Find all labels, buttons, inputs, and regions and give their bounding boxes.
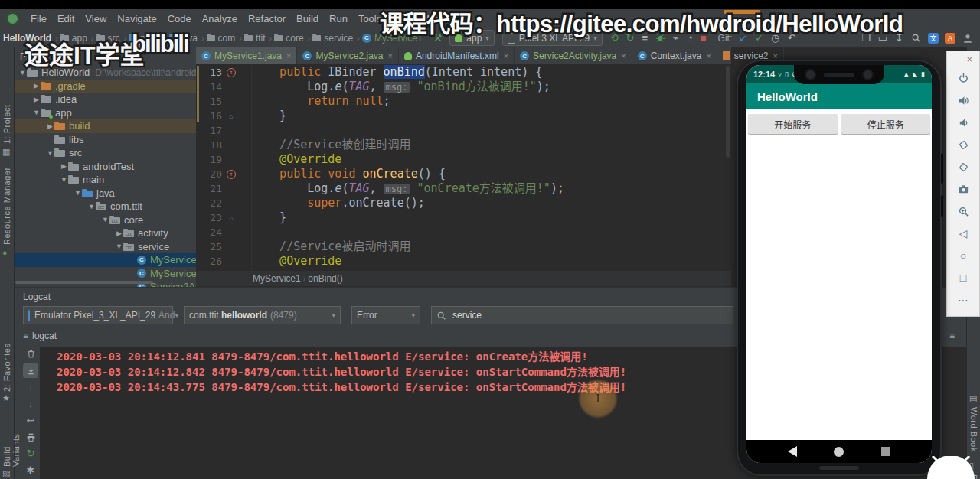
editor-tab-myservice1-java[interactable]: CMyService1.java× [196, 47, 297, 64]
tool-strip-tab-1-project[interactable]: 1: Project [2, 96, 11, 144]
breadcrumb-item[interactable]: com [207, 33, 236, 44]
tool-strip-tab-resource-manager[interactable]: Resource Manager [2, 161, 11, 245]
next-icon[interactable]: ↓ [23, 396, 38, 411]
close-icon[interactable]: × [967, 54, 972, 65]
logcat-tab[interactable]: ≡ logcat [23, 331, 57, 341]
collapse-arrow-icon[interactable]: ▼ [60, 176, 68, 184]
override-marker-icon[interactable]: ↑ [225, 170, 237, 179]
close-icon[interactable]: × [621, 51, 626, 60]
scroll-to-end-icon[interactable] [23, 363, 38, 378]
app-button-stop-service[interactable]: 停止服务 [841, 114, 931, 134]
tree-item-build[interactable]: ▶build [14, 119, 196, 133]
tree-item-myservice2[interactable]: CMyService2 [14, 267, 196, 281]
menu-refactor[interactable]: Refactor [243, 11, 291, 27]
fold-marker-icon[interactable]: ⌂ [225, 214, 237, 222]
breadcrumb-item[interactable]: ttit [244, 33, 266, 44]
tree-item-src[interactable]: ▼src [14, 146, 196, 160]
project-tree-hscrollbar[interactable] [15, 281, 153, 284]
collapse-arrow-icon[interactable]: ▼ [115, 243, 123, 250]
editor-breadcrumb-item[interactable]: MyService1 [253, 273, 301, 284]
code-region[interactable]: 13↑141516⌂17181920↑212223⌂242526 public … [196, 65, 731, 271]
logcat-process-filter[interactable]: com.ttit.helloworld (8479) ▾ [184, 306, 341, 324]
volume-down-icon[interactable] [955, 114, 972, 131]
nav-back-icon[interactable] [788, 446, 797, 457]
overview-icon[interactable]: □ [955, 269, 972, 286]
override-icon[interactable]: ↑ [227, 68, 236, 77]
log-lines[interactable]: 2020-03-03 20:14:12.841 8479-8479/com.tt… [41, 347, 746, 479]
minimize-icon[interactable]: – [954, 54, 959, 65]
tool-strip-tab-build-variants[interactable]: Build Variants [2, 410, 21, 467]
camera-icon[interactable] [955, 181, 972, 197]
phone-screen[interactable]: 12:14 ▿ ▯ ⊘ ▲ ◣ ▮ [746, 65, 932, 463]
more-icon[interactable]: ⋯ [955, 292, 972, 308]
tree-item-app[interactable]: ▼app [14, 106, 196, 120]
override-icon[interactable]: ↑ [227, 170, 236, 179]
collapse-arrow-icon[interactable]: ▼ [74, 189, 82, 197]
tree-item-androidtest[interactable]: ▶androidTest [14, 160, 196, 174]
logcat-search-input[interactable] [451, 309, 684, 321]
collapse-arrow-icon[interactable]: ▼ [46, 149, 54, 157]
logcat-device-filter[interactable]: Emulator Pixel_3_XL_API_29 And ▾ [23, 306, 173, 324]
search-everywhere-icon[interactable] [911, 33, 921, 43]
editor-tab-androidmanifest-xml[interactable]: AndroidManifest.xml× [399, 47, 514, 64]
translate-icon[interactable]: 文 [928, 33, 939, 44]
tree-item-libs[interactable]: libs [14, 133, 196, 147]
back-icon[interactable]: ◁ [955, 225, 972, 242]
tree-item-main[interactable]: ▼main [14, 173, 196, 187]
avatar-icon[interactable] [962, 33, 973, 44]
home-icon[interactable]: ○ [955, 247, 972, 264]
menu-file[interactable]: File [25, 11, 52, 27]
expand-arrow-icon[interactable]: ▶ [60, 162, 68, 170]
tree-item--gradle[interactable]: ▶.gradle [14, 80, 196, 93]
editor-tab-myservice2-java[interactable]: CMyService2.java× [297, 47, 398, 64]
fold-marker-icon[interactable]: ⌂ [225, 112, 237, 120]
nav-home-icon[interactable] [834, 447, 844, 457]
settings-icon[interactable]: ✱ [23, 463, 38, 477]
print-icon[interactable] [23, 430, 38, 445]
breadcrumb-item[interactable]: core [274, 33, 303, 44]
breadcrumb-item[interactable]: service [312, 33, 353, 44]
menu-edit[interactable]: Edit [52, 11, 80, 27]
tree-item-activity[interactable]: ▶activity [14, 226, 196, 240]
collapse-arrow-icon[interactable]: ▼ [32, 109, 41, 116]
logcat-search[interactable] [431, 306, 733, 324]
editor-tab-service2activity-java[interactable]: CService2Activity.java× [514, 47, 632, 64]
menu-build[interactable]: Build [291, 11, 324, 27]
soft-wrap-icon[interactable]: ↩ [23, 413, 38, 428]
zoom-icon[interactable] [955, 203, 972, 220]
app-button-start-service[interactable]: 开始服务 [748, 114, 838, 134]
editor-tab-context-java[interactable]: CContext.java× [632, 47, 717, 64]
tree-item-com-ttit[interactable]: ▼com.ttit [14, 200, 196, 213]
restart-icon[interactable]: ↻ [23, 447, 38, 461]
rotate-left-icon[interactable] [955, 136, 972, 153]
editor-breadcrumb-item[interactable]: onBind() [308, 273, 342, 284]
close-icon[interactable]: × [286, 51, 291, 60]
prev-icon[interactable]: ↑ [23, 380, 38, 395]
tree-item-myservice1[interactable]: CMyService1 [14, 253, 196, 267]
logcat-level-filter[interactable]: Error ▾ [351, 306, 420, 324]
tree-item-core[interactable]: ▼core [14, 213, 196, 227]
menu-navigate[interactable]: Navigate [112, 11, 162, 27]
rotate-right-icon[interactable] [955, 158, 972, 175]
menu-code[interactable]: Code [162, 11, 197, 27]
close-icon[interactable]: × [706, 51, 710, 60]
tool-strip-tab-2-favorites[interactable]: 2: Favorites [2, 341, 11, 392]
tree-item--idea[interactable]: ▶.idea [14, 93, 196, 106]
menu-analyze[interactable]: Analyze [197, 11, 243, 27]
menu-run[interactable]: Run [324, 11, 353, 27]
collapse-arrow-icon[interactable]: ▼ [101, 216, 109, 223]
clear-icon[interactable] [23, 347, 38, 361]
expand-arrow-icon[interactable]: ▶ [32, 96, 41, 103]
expand-arrow-icon[interactable]: ▶ [32, 82, 41, 90]
editor-scrollbar[interactable] [726, 66, 730, 158]
close-icon[interactable]: × [504, 51, 508, 60]
nav-overview-icon[interactable] [881, 447, 890, 456]
collapse-arrow-icon[interactable]: ▼ [87, 203, 96, 210]
expand-arrow-icon[interactable]: ▶ [115, 230, 123, 237]
close-icon[interactable]: × [388, 51, 393, 60]
translate-alt-icon[interactable]: A [945, 33, 956, 44]
menu-view[interactable]: View [80, 11, 112, 27]
tree-item-service[interactable]: ▼service [14, 240, 196, 254]
override-marker-icon[interactable]: ↑ [225, 68, 237, 77]
tree-item-java[interactable]: ▼java [14, 187, 196, 200]
